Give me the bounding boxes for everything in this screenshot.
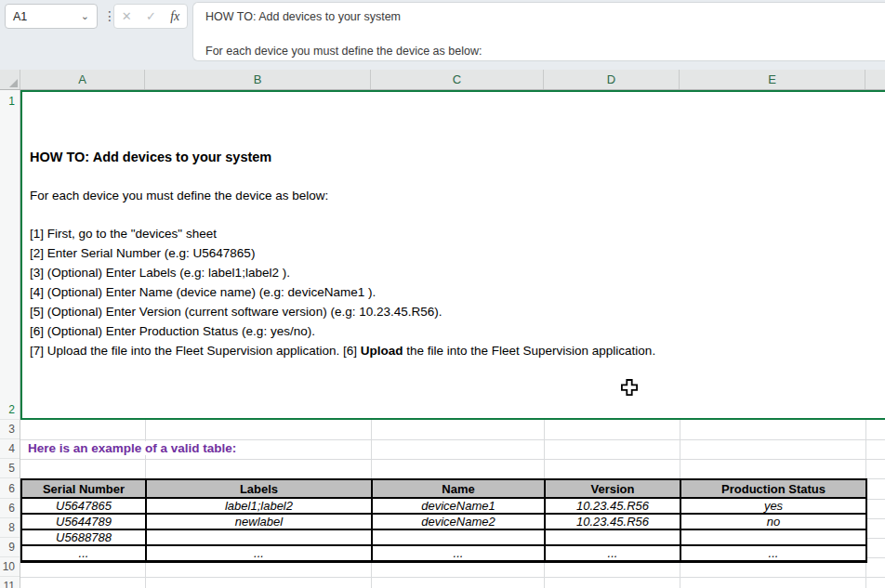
howto-step-6: [6] (Optional) Enter Production Status (… xyxy=(30,324,315,338)
selected-cell-a1[interactable]: HOW TO: Add devices to your system For e… xyxy=(20,90,885,420)
select-all-triangle-icon xyxy=(9,79,18,87)
row-header-1[interactable]: 1 xyxy=(0,92,20,111)
step7-post: the file into the Fleet Supervision appl… xyxy=(403,344,655,358)
col-labels[interactable]: Labels xyxy=(146,479,372,498)
howto-step-2: [2] Enter Serial Number (e.g: U5647865) xyxy=(30,246,255,260)
cell-name[interactable] xyxy=(372,529,545,545)
formula-toolbar: A1 ⌄ ⋮ ✕ ✓ fx HOW TO: Add devices to you… xyxy=(0,0,885,70)
row-header-11[interactable]: 11 xyxy=(0,577,20,588)
row-header-2[interactable]: 2 xyxy=(0,400,20,420)
cell-serial[interactable]: ... xyxy=(21,545,146,562)
col-production-status[interactable]: Production Status xyxy=(680,479,866,498)
cell-status[interactable]: no xyxy=(680,514,866,529)
formula-buttons: ✕ ✓ fx xyxy=(113,4,188,29)
cell-labels[interactable]: newlabel xyxy=(146,514,372,529)
cross-cursor-icon xyxy=(621,379,638,398)
howto-step-1: [1] First, go to the "devices" sheet xyxy=(30,227,217,241)
formula-bar-line2: For each device you must define the devi… xyxy=(205,45,482,58)
formula-bar-line1: HOW TO: Add devices to your system xyxy=(205,10,401,23)
example-device-table: Serial Number Labels Name Version Produc… xyxy=(20,478,867,563)
column-header-c[interactable]: C xyxy=(371,70,544,89)
cancel-icon[interactable]: ✕ xyxy=(122,9,132,23)
table-row: U5647865 label1;label2 deviceName1 10.23… xyxy=(21,498,866,514)
column-header-a[interactable]: A xyxy=(20,70,145,89)
row-header-5[interactable]: 5 xyxy=(0,459,20,478)
step7-bold: Upload xyxy=(361,344,403,358)
cell-name[interactable]: deviceName2 xyxy=(372,514,545,529)
table-row: U5688788 xyxy=(21,529,866,545)
cell-labels[interactable]: label1;label2 xyxy=(146,498,372,514)
example-caption: Here is an example of a valid table: xyxy=(28,441,242,455)
row-header-10[interactable]: 10 xyxy=(0,557,20,577)
cell-name[interactable]: deviceName1 xyxy=(372,498,545,514)
cell-status[interactable]: yes xyxy=(680,498,866,514)
cell-serial[interactable]: U5647865 xyxy=(21,498,146,514)
column-header-b[interactable]: B xyxy=(145,70,371,89)
table-row: ... ... ... ... ... xyxy=(21,545,866,562)
select-all-button[interactable] xyxy=(0,70,20,89)
cell-name[interactable]: ... xyxy=(372,545,545,562)
column-headers: A B C D E xyxy=(0,70,885,90)
row-header-4[interactable]: 4 xyxy=(0,439,20,459)
row-headers: 1 2 3 4 5 6 6 8 9 10 11 xyxy=(0,90,20,588)
col-name[interactable]: Name xyxy=(372,479,545,498)
cell-version[interactable]: ... xyxy=(545,545,680,562)
cell-status[interactable] xyxy=(680,529,866,545)
cell-labels[interactable]: ... xyxy=(146,545,372,562)
cell-labels[interactable] xyxy=(146,529,372,545)
howto-intro: For each device you must define the devi… xyxy=(30,189,328,203)
formula-bar[interactable]: HOW TO: Add devices to your system For e… xyxy=(192,2,885,61)
cell-serial[interactable]: U5688788 xyxy=(21,529,146,545)
name-box-value: A1 xyxy=(13,10,27,23)
column-header-e[interactable]: E xyxy=(680,70,865,89)
name-box[interactable]: A1 ⌄ xyxy=(5,4,98,29)
table-header-row: Serial Number Labels Name Version Produc… xyxy=(21,479,866,498)
howto-step-3: [3] (Optional) Enter Labels (e.g: label1… xyxy=(30,266,290,280)
col-version[interactable]: Version xyxy=(545,479,680,498)
howto-title: HOW TO: Add devices to your system xyxy=(30,150,271,164)
howto-step-4: [4] (Optional) Enter Name (device name) … xyxy=(30,285,376,299)
row-header-3[interactable]: 3 xyxy=(0,420,20,439)
row-header-8[interactable]: 8 xyxy=(0,518,20,538)
howto-step-7: [7] Upload the file into the Fleet Super… xyxy=(30,344,655,358)
cell-version[interactable]: 10.23.45.R56 xyxy=(545,498,680,514)
column-header-d[interactable]: D xyxy=(544,70,680,89)
row-header-6[interactable]: 6 xyxy=(0,478,20,499)
howto-step-5: [5] (Optional) Enter Version (current so… xyxy=(30,305,442,319)
cell-version[interactable]: 10.23.45.R56 xyxy=(545,514,680,529)
row-header-7[interactable]: 6 xyxy=(0,499,20,518)
cell-serial[interactable]: U5644789 xyxy=(21,514,146,529)
cell-status[interactable]: ... xyxy=(680,545,866,562)
table-row: U5644789 newlabel deviceName2 10.23.45.R… xyxy=(21,514,866,529)
step7-pre: [7] Upload the file into the Fleet Super… xyxy=(30,344,361,358)
insert-function-icon[interactable]: fx xyxy=(170,9,179,24)
enter-icon[interactable]: ✓ xyxy=(146,9,156,23)
col-serial-number[interactable]: Serial Number xyxy=(21,479,146,498)
cell-version[interactable] xyxy=(545,529,680,545)
row-header-9[interactable]: 9 xyxy=(0,538,20,557)
column-header-f-partial[interactable] xyxy=(865,70,885,89)
chevron-down-icon[interactable]: ⌄ xyxy=(81,10,89,22)
